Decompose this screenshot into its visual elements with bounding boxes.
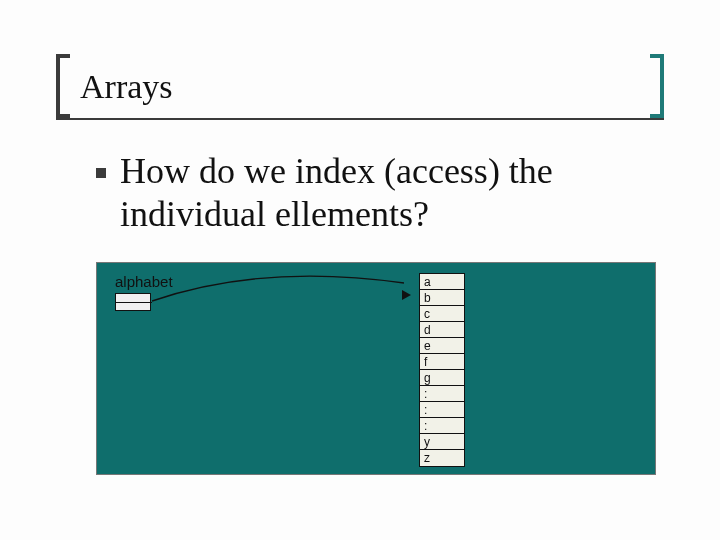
array-cell: d	[420, 322, 464, 338]
array-cell: b	[420, 290, 464, 306]
arrow-head-icon	[402, 290, 411, 300]
title-row: Arrays	[56, 54, 664, 118]
array-cell: c	[420, 306, 464, 322]
reference-box	[115, 293, 151, 311]
array-cell: e	[420, 338, 464, 354]
slide-title: Arrays	[80, 68, 173, 106]
array-cell: :	[420, 402, 464, 418]
bullet-text: How do we index (access) the individual …	[120, 150, 656, 236]
slide: Arrays How do we index (access) the indi…	[0, 0, 720, 540]
title-underline	[56, 118, 664, 120]
array-cell: g	[420, 370, 464, 386]
bracket-right-icon	[650, 54, 664, 118]
arrow-icon	[152, 301, 410, 303]
array-cell: f	[420, 354, 464, 370]
reference-box-split	[116, 302, 152, 303]
array-cell: :	[420, 418, 464, 434]
array-cell: a	[420, 274, 464, 290]
array-table: a b c d e f g : : : y z	[419, 273, 465, 467]
bullet-icon	[96, 168, 106, 178]
diagram: alphabet a b c d e f g : : : y z	[96, 262, 656, 475]
array-cell: y	[420, 434, 464, 450]
array-cell: z	[420, 450, 464, 466]
bracket-left-icon	[56, 54, 70, 118]
array-cell: :	[420, 386, 464, 402]
bullet-row: How do we index (access) the individual …	[96, 150, 656, 236]
